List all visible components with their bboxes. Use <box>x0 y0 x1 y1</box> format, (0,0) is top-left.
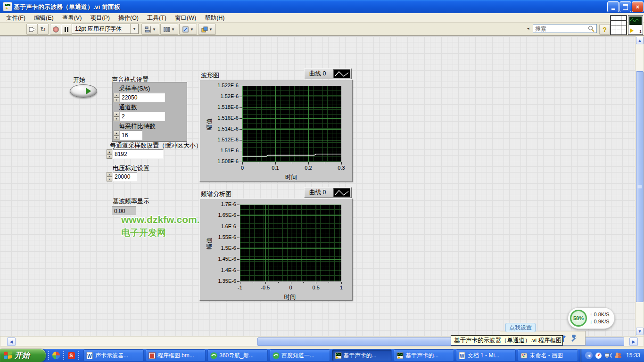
menu-item-operate[interactable]: 操作(O) <box>114 13 143 23</box>
menu-item-view[interactable]: 查看(V) <box>58 13 86 23</box>
menu-item-window[interactable]: 窗口(W) <box>171 13 200 23</box>
grid-line-vertical <box>291 205 291 281</box>
abort-button[interactable] <box>50 24 61 35</box>
search-input[interactable] <box>533 24 597 33</box>
taskbar-clock[interactable]: 15:33 <box>626 352 640 359</box>
vertical-scrollbar-thumb[interactable] <box>636 71 644 302</box>
taskbar-item-bitmap-diagram[interactable]: 程序框图.bm... <box>146 349 206 362</box>
windows-logo-icon <box>4 351 12 360</box>
pause-button[interactable] <box>61 24 72 35</box>
run-continuous-button[interactable]: ↻ <box>37 24 49 35</box>
waveform-chart-legend[interactable]: 曲线 0 <box>304 68 352 79</box>
tray-messenger-icon[interactable] <box>615 352 622 359</box>
resize-objects-button[interactable]: ▼ <box>179 24 197 35</box>
front-panel: 开始 声音格式设置 采样率(S/s) ▲▼ 通道数 ▲▼ 每采样比特数 ▲▼ 每… <box>0 36 635 336</box>
paint-icon <box>520 352 528 359</box>
distribute-objects-icon <box>164 26 170 33</box>
y-tick-label: 1.508E-6 <box>205 158 239 164</box>
menu-item-edit[interactable]: 编辑(E) <box>30 13 58 23</box>
taskbar-item-labview-block-diagram[interactable]: 基于声卡的... <box>394 349 454 362</box>
chevron-down-icon: ▼ <box>209 27 213 32</box>
taskbar-item-word-doc1[interactable]: W文档 1 - Mi... <box>456 349 516 362</box>
legend-line-style-icon[interactable] <box>333 188 350 197</box>
spin-down-icon[interactable]: ▼ <box>107 177 112 181</box>
align-objects-button[interactable]: ▼ <box>141 24 159 35</box>
sample-rate-input[interactable] <box>120 93 165 102</box>
bits-per-sample-input[interactable] <box>120 131 142 140</box>
y-tick-label: 1.7E-6 <box>202 201 236 207</box>
channels-spinner[interactable]: ▲▼ <box>114 112 119 121</box>
quicklaunch-360-icon[interactable] <box>51 351 61 360</box>
legend-line-style-icon[interactable] <box>333 69 350 78</box>
tray-alarm-icon[interactable] <box>595 352 603 359</box>
start-button-label: 开始 <box>73 76 85 84</box>
buffer-size-input[interactable] <box>113 149 164 159</box>
sample-rate-spinner[interactable]: ▲▼ <box>114 93 119 102</box>
scroll-right-button[interactable]: ▶ <box>629 337 638 346</box>
spin-up-icon[interactable]: ▲ <box>114 112 119 116</box>
restore-button[interactable] <box>619 1 631 12</box>
upload-speed: 0.8K/S <box>594 312 610 317</box>
tray-collapse-chevron[interactable]: ◀ <box>585 352 593 359</box>
taskbar-item-label: 声卡示波器... <box>95 352 128 360</box>
menu-item-file[interactable]: 文件(F) <box>2 13 30 23</box>
minimize-button[interactable] <box>607 1 619 12</box>
font-selector[interactable]: 12pt 应用程序字体 ▼ <box>72 24 139 34</box>
menu-item-project[interactable]: 项目(P) <box>86 13 114 23</box>
start-button-taskbar[interactable]: 开始 <box>0 349 46 362</box>
vi-icon[interactable]: 1 <box>628 15 643 35</box>
scroll-down-button[interactable]: ▼ <box>636 328 644 335</box>
reorder-objects-button[interactable]: ▼ <box>198 24 216 35</box>
start-button[interactable] <box>70 84 97 98</box>
menu-item-tools[interactable]: 工具(T) <box>143 13 171 23</box>
spin-down-icon[interactable]: ▼ <box>114 116 119 121</box>
search-collapse-arrow[interactable]: ◂ <box>527 26 529 31</box>
voltage-cal-input[interactable] <box>113 172 137 181</box>
taskbar-item-browser-360nav[interactable]: 360导航_新... <box>207 349 268 362</box>
taskbar-item-word-scope-doc[interactable]: W声卡示波器... <box>83 349 144 362</box>
voltage-cal-spinner[interactable]: ▲▼ <box>107 172 112 181</box>
taskbar-tooltip: 基于声卡的示波器（单通道）.vi 程序框图 <box>451 335 563 346</box>
channels-input[interactable] <box>120 112 165 121</box>
net-speed-monitor[interactable]: 58% ↑ 0.8K/S ↓ 0.9K/S <box>568 307 615 329</box>
help-button[interactable]: ? <box>599 24 610 35</box>
spin-up-icon[interactable]: ▲ <box>114 93 119 98</box>
x-tick-mark <box>341 162 342 165</box>
taskbar-item-labview-front-panel[interactable]: 基于声卡的... <box>332 349 392 362</box>
taskbar-item-paint-untitled[interactable]: 未命名 - 画图 <box>518 349 578 362</box>
y-tick-label: 1.5E-6 <box>202 245 236 251</box>
tray-volume-monitor-icon[interactable] <box>605 352 612 359</box>
settings-tooltip: 点我设置 <box>505 323 536 332</box>
menu-item-help[interactable]: 帮助(H) <box>200 13 229 23</box>
spin-up-icon[interactable]: ▲ <box>114 131 119 135</box>
spin-down-icon[interactable]: ▼ <box>114 98 119 102</box>
taskbar-item-label: 360导航_新... <box>219 352 254 360</box>
spin-up-icon[interactable]: ▲ <box>107 172 112 177</box>
toolbar: ↻ 12pt 应用程序字体 ▼ ▼ ▼ ▼ ▼ ◂ <box>0 23 644 36</box>
run-button[interactable] <box>26 24 38 35</box>
spin-up-icon[interactable]: ▲ <box>107 149 112 154</box>
alignment-grid-icon[interactable] <box>610 15 627 35</box>
waveform-chart-plot-area <box>242 86 341 162</box>
spin-down-icon[interactable]: ▼ <box>114 135 119 140</box>
x-tick-label: -0.5 <box>254 285 277 290</box>
spin-down-icon[interactable]: ▼ <box>107 154 112 159</box>
x-tick-label: 0 <box>231 165 254 171</box>
taskbar-item-browser-baidu[interactable]: 百度知道一... <box>270 349 330 362</box>
memory-percent-ball[interactable]: 58% <box>570 310 587 327</box>
close-button[interactable]: × <box>632 1 644 12</box>
wrench-icon[interactable] <box>570 335 578 342</box>
y-tick-mark <box>239 118 242 119</box>
distribute-objects-button[interactable]: ▼ <box>160 24 178 35</box>
y-tick-mark <box>239 107 242 108</box>
buffer-size-spinner[interactable]: ▲▼ <box>107 149 112 159</box>
scroll-up-button[interactable]: ▲ <box>636 37 644 44</box>
scroll-left-button[interactable]: ◀ <box>7 337 16 346</box>
run-arrow-icon <box>29 26 36 33</box>
spectrum-chart-legend[interactable]: 曲线 0 <box>304 187 352 198</box>
buffer-size-label: 每通道采样数设置（缓冲区大小） <box>110 141 202 150</box>
quicklaunch-sogou-icon[interactable]: S <box>66 351 76 360</box>
align-objects-icon <box>145 26 151 33</box>
vertical-scrollbar[interactable]: ▲ ▼ <box>635 36 644 336</box>
bits-per-sample-spinner[interactable]: ▲▼ <box>114 131 119 140</box>
